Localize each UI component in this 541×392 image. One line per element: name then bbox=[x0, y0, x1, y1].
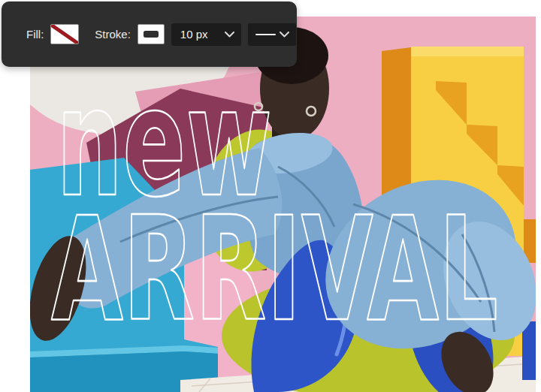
fill-color-swatch[interactable] bbox=[50, 24, 79, 44]
stroke-frame-icon bbox=[144, 31, 159, 38]
hero-image[interactable]: new ARRIVAL bbox=[30, 17, 536, 392]
yellow-top-face bbox=[411, 47, 524, 56]
stroke-width-value: 10 px bbox=[180, 29, 208, 40]
headline-arrival-text[interactable]: ARRIVAL bbox=[51, 187, 498, 353]
stroke-style-dropdown[interactable] bbox=[248, 23, 296, 46]
chevron-down-icon bbox=[280, 32, 289, 38]
stroke-label: Stroke: bbox=[95, 29, 131, 40]
stroke-color-swatch[interactable] bbox=[138, 24, 165, 44]
solid-line-icon bbox=[255, 34, 276, 35]
fill-label: Fill: bbox=[26, 29, 44, 40]
artboard: new ARRIVAL Fill: Stroke: 10 px bbox=[0, 0, 541, 392]
chevron-down-icon bbox=[225, 32, 234, 38]
properties-toolbar: Fill: Stroke: 10 px bbox=[2, 2, 297, 67]
stroke-width-dropdown[interactable]: 10 px bbox=[171, 23, 241, 46]
